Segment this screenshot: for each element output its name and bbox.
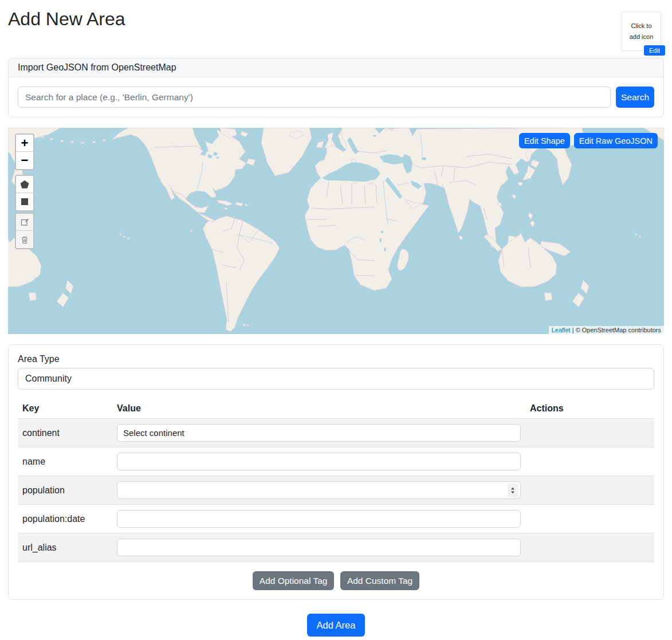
tag-value-cell bbox=[112, 533, 525, 562]
icon-edit-button[interactable]: Edit bbox=[644, 45, 665, 56]
tag-value-cell bbox=[112, 505, 525, 533]
tag-table-body: continentSelect continentnamepopulationp… bbox=[18, 419, 654, 562]
map-buttons: Edit Shape Edit Raw GeoJSON bbox=[519, 133, 658, 148]
column-header-actions: Actions bbox=[525, 399, 654, 419]
icon-box-label: Click to add icon bbox=[630, 21, 654, 42]
tag-value-number-wrap bbox=[117, 481, 521, 499]
polygon-icon bbox=[21, 180, 29, 189]
australia bbox=[498, 233, 557, 287]
spinner-up-icon bbox=[511, 487, 514, 489]
tag-table: Key Value Actions continentSelect contin… bbox=[18, 399, 654, 562]
add-area-button[interactable]: Add Area bbox=[307, 614, 366, 637]
number-spinner[interactable] bbox=[508, 483, 518, 497]
tag-buttons-row: Add Optional Tag Add Custom Tag bbox=[18, 571, 654, 590]
area-type-label: Area Type bbox=[18, 354, 654, 364]
column-header-key: Key bbox=[18, 399, 112, 419]
zoom-control: + − bbox=[15, 134, 34, 170]
tag-key-label: population bbox=[18, 476, 112, 505]
submit-row: Add Area bbox=[8, 614, 664, 637]
spinner-down-icon bbox=[511, 491, 514, 493]
tag-actions-cell bbox=[525, 505, 654, 533]
minus-icon: − bbox=[21, 153, 29, 168]
area-form-card: Area Type Community Key Value Actions co… bbox=[8, 344, 664, 600]
area-type-value: Community bbox=[25, 374, 72, 384]
tag-value-input[interactable] bbox=[117, 539, 521, 556]
tag-value-select-text: Select continent bbox=[123, 428, 184, 438]
trash-icon bbox=[21, 235, 29, 244]
tag-value-input[interactable] bbox=[117, 453, 521, 470]
world-map bbox=[8, 128, 664, 334]
leaflet-link[interactable]: Leaflet bbox=[552, 327, 571, 333]
page: Add New Area Click to add icon Edit Impo… bbox=[0, 7, 672, 637]
tag-value-input[interactable] bbox=[117, 510, 521, 528]
place-search-input[interactable] bbox=[18, 87, 611, 108]
zoom-in-button[interactable]: + bbox=[16, 135, 33, 152]
draw-rectangle-button[interactable] bbox=[16, 193, 33, 210]
tag-key-label: population:date bbox=[18, 505, 112, 533]
greenland bbox=[261, 128, 312, 176]
tag-actions-cell bbox=[525, 419, 654, 447]
add-custom-tag-button[interactable]: Add Custom Tag bbox=[340, 571, 419, 590]
area-type-select[interactable]: Community bbox=[18, 368, 654, 390]
tag-key-label: url_alias bbox=[18, 533, 112, 562]
import-card-header: Import GeoJSON from OpenStreetMap bbox=[9, 58, 663, 77]
tag-value-cell bbox=[112, 447, 525, 476]
south-america bbox=[203, 216, 280, 332]
tag-value-input[interactable] bbox=[117, 481, 521, 499]
tag-actions-cell bbox=[525, 476, 654, 505]
page-title: Add New Area bbox=[8, 7, 664, 32]
tag-key-label: name bbox=[18, 447, 112, 476]
table-row: continentSelect continent bbox=[18, 419, 654, 447]
tag-actions-cell bbox=[525, 533, 654, 562]
edit-icon bbox=[21, 218, 29, 226]
tag-value-cell bbox=[112, 476, 525, 505]
zoom-out-button[interactable]: − bbox=[16, 152, 33, 169]
delete-layers-button[interactable] bbox=[16, 231, 33, 248]
edit-layers-button[interactable] bbox=[16, 214, 33, 231]
import-card-body: Search bbox=[9, 77, 663, 117]
madagascar bbox=[398, 249, 409, 270]
table-row: name bbox=[18, 447, 654, 476]
edit-raw-geojson-button[interactable]: Edit Raw GeoJSON bbox=[574, 133, 658, 148]
leaflet-map[interactable]: + − Edit Shape bbox=[8, 128, 664, 334]
map-attribution: Leaflet | © OpenStreetMap contributors bbox=[549, 326, 664, 334]
add-optional-tag-button[interactable]: Add Optional Tag bbox=[253, 571, 335, 590]
osm-attribution: © OpenStreetMap contributors bbox=[576, 327, 661, 333]
draw-control bbox=[15, 175, 34, 211]
area-icon-dropzone[interactable]: Click to add icon Edit bbox=[622, 11, 661, 51]
rectangle-icon bbox=[21, 198, 28, 205]
tag-value-cell: Select continent bbox=[112, 419, 525, 447]
draw-polygon-button[interactable] bbox=[16, 176, 33, 193]
tag-value-select[interactable]: Select continent bbox=[117, 424, 521, 442]
table-row: url_alias bbox=[18, 533, 654, 562]
column-header-value: Value bbox=[112, 399, 525, 419]
plus-icon: + bbox=[21, 136, 29, 151]
table-row: population:date bbox=[18, 505, 654, 533]
edit-control bbox=[15, 213, 34, 249]
table-row: population bbox=[18, 476, 654, 505]
tag-key-label: continent bbox=[18, 419, 112, 447]
tag-actions-cell bbox=[525, 447, 654, 476]
edit-shape-button[interactable]: Edit Shape bbox=[519, 133, 570, 148]
import-geojson-card: Import GeoJSON from OpenStreetMap Search bbox=[8, 58, 664, 117]
search-button[interactable]: Search bbox=[616, 87, 654, 108]
